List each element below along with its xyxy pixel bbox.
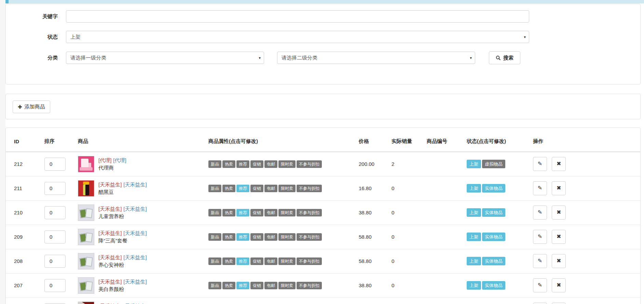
edit-button[interactable]: ✎ [533,206,547,220]
attribute-badge[interactable]: 促销 [250,209,263,216]
status-select[interactable]: 上架 ▾ [66,31,529,43]
item-type-badge[interactable]: 实体物品 [482,257,505,265]
attribute-badge[interactable]: 包邮 [264,233,277,241]
attribute-badge[interactable]: 不参与折扣 [297,282,322,289]
product-thumbnail[interactable] [78,253,94,269]
status-badge[interactable]: 上架 [467,184,481,193]
item-type-badge[interactable]: 实体物品 [482,233,505,241]
item-type-badge[interactable]: 实体物品 [482,281,505,290]
attribute-badge[interactable]: 热卖 [222,160,235,168]
status-badge[interactable]: 上架 [467,208,481,217]
attribute-badge[interactable]: 限时卖 [278,185,296,192]
brand-link-red[interactable]: [天禾益生] [98,303,122,304]
attribute-badge[interactable]: 限时卖 [278,233,296,241]
status-badge[interactable]: 上架 [467,281,481,290]
brand-link-blue[interactable]: [代理] [113,157,126,163]
sort-order-input[interactable] [44,279,66,292]
brand-link-red[interactable]: [代理] [98,157,111,163]
sort-order-input[interactable] [44,255,66,268]
delete-button[interactable]: ✖ [552,157,566,171]
delete-button[interactable]: ✖ [552,303,566,304]
attribute-badge[interactable]: 限时卖 [278,282,296,289]
attribute-badge[interactable]: 包邮 [264,185,277,192]
delete-button[interactable]: ✖ [552,230,566,244]
attribute-badge[interactable]: 包邮 [264,160,277,168]
attribute-badge[interactable]: 新品 [208,257,221,265]
attribute-badge[interactable]: 推荐 [236,233,249,241]
brand-link-red[interactable]: [天禾益生] [98,182,122,187]
attribute-badge[interactable]: 热卖 [222,257,235,265]
status-badge[interactable]: 上架 [467,257,481,265]
edit-button[interactable]: ✎ [533,157,547,171]
attribute-badge[interactable]: 新品 [208,185,221,192]
attribute-badge[interactable]: 不参与折扣 [297,160,322,168]
attribute-badge[interactable]: 促销 [250,282,263,289]
attribute-badge[interactable]: 推荐 [236,257,249,265]
status-badge[interactable]: 上架 [467,160,481,168]
edit-button[interactable]: ✎ [533,303,547,304]
attribute-badge[interactable]: 热卖 [222,209,235,216]
brand-link-blue[interactable]: [天禾益生] [123,206,147,212]
sort-order-input[interactable] [44,158,66,171]
category-level1-select[interactable]: 请选择一级分类 ▾ [66,52,264,64]
attribute-badge[interactable]: 新品 [208,160,221,168]
brand-link-red[interactable]: [天禾益生] [98,206,122,212]
attribute-badge[interactable]: 推荐 [236,185,249,192]
edit-button[interactable]: ✎ [533,181,547,195]
attribute-badge[interactable]: 促销 [250,233,263,241]
delete-button[interactable]: ✖ [552,206,566,220]
attribute-badge[interactable]: 限时卖 [278,209,296,216]
sort-order-input[interactable] [44,206,66,219]
category-level2-select[interactable]: 请选择二级分类 ▾ [277,52,475,64]
attribute-badge[interactable]: 包邮 [264,209,277,216]
keyword-input[interactable] [66,10,529,23]
brand-link-red[interactable]: [天禾益生] [98,279,122,285]
brand-link-blue[interactable]: [天禾益生] [123,230,147,236]
attribute-badge[interactable]: 新品 [208,282,221,289]
attribute-badge[interactable]: 新品 [208,233,221,241]
attribute-badge[interactable]: 促销 [250,257,263,265]
brand-link-blue[interactable]: [天禾益生] [123,182,147,187]
brand-link-blue[interactable]: [天禾益生] [123,279,147,285]
attribute-badge[interactable]: 限时卖 [278,257,296,265]
item-type-badge[interactable]: 虚拟物品 [482,160,505,168]
sort-order-input[interactable] [44,230,66,243]
attribute-badge[interactable]: 热卖 [222,185,235,192]
product-thumbnail[interactable] [78,204,94,221]
product-thumbnail[interactable] [78,180,94,197]
product-thumbnail[interactable] [78,302,94,304]
product-thumbnail[interactable] [78,156,94,172]
delete-button[interactable]: ✖ [552,254,566,268]
product-thumbnail[interactable] [78,277,94,294]
attribute-badge[interactable]: 推荐 [236,282,249,289]
status-badge[interactable]: 上架 [467,233,481,241]
brand-link-blue[interactable]: [天禾益生] [123,303,147,304]
edit-button[interactable]: ✎ [533,278,547,292]
attribute-badge[interactable]: 不参与折扣 [297,233,322,241]
delete-button[interactable]: ✖ [552,181,566,195]
attribute-badge[interactable]: 包邮 [264,282,277,289]
search-button[interactable]: 搜索 [489,51,520,64]
product-thumbnail[interactable] [78,229,94,245]
attribute-badge[interactable]: 新品 [208,209,221,216]
attribute-badge[interactable]: 热卖 [222,282,235,289]
attribute-badge[interactable]: 限时卖 [278,160,296,168]
attribute-badge[interactable]: 促销 [250,185,263,192]
item-type-badge[interactable]: 实体物品 [482,208,505,217]
brand-link-red[interactable]: [天禾益生] [98,230,122,236]
delete-button[interactable]: ✖ [552,278,566,292]
brand-link-blue[interactable]: [天禾益生] [123,254,147,260]
edit-button[interactable]: ✎ [533,230,547,244]
add-product-button[interactable]: ✚ 添加商品 [13,101,50,113]
attribute-badge[interactable]: 推荐 [236,209,249,216]
attribute-badge[interactable]: 促销 [250,160,263,168]
edit-button[interactable]: ✎ [533,254,547,268]
attribute-badge[interactable]: 不参与折扣 [297,257,322,265]
item-type-badge[interactable]: 实体物品 [482,184,505,193]
sort-order-input[interactable] [44,182,66,195]
attribute-badge[interactable]: 推荐 [236,160,249,168]
attribute-badge[interactable]: 不参与折扣 [297,185,322,192]
attribute-badge[interactable]: 热卖 [222,233,235,241]
attribute-badge[interactable]: 包邮 [264,257,277,265]
attribute-badge[interactable]: 不参与折扣 [297,209,322,216]
